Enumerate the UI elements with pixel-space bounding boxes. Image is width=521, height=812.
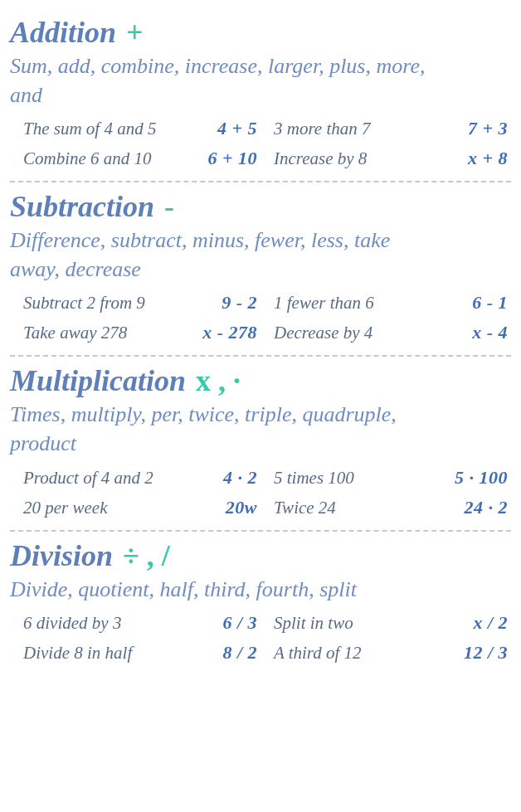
example-expr: 4 + 5: [217, 118, 257, 139]
example-phrase: The sum of 4 and 5: [23, 119, 156, 139]
example-expr: 6 + 10: [207, 148, 257, 169]
multiplication-title-row: Multiplication x , ·: [10, 363, 511, 398]
example-phrase: Subtract 2 from 9: [23, 293, 145, 314]
example-expr: 7 + 3: [468, 118, 508, 139]
example-phrase: Product of 4 and 2: [23, 468, 153, 489]
example-row: The sum of 4 and 5 4 + 5: [23, 118, 257, 139]
example-expr: x + 8: [468, 148, 508, 169]
example-expr: 8 / 2: [222, 642, 257, 664]
example-expr: 24 · 2: [465, 497, 509, 518]
example-row: Subtract 2 from 9 9 - 2: [23, 292, 257, 314]
example-phrase: Increase by 8: [274, 148, 367, 169]
plus-icon: +: [126, 15, 144, 50]
example-row: 1 fewer than 6 6 - 1: [274, 292, 508, 314]
example-phrase: Combine 6 and 10: [23, 148, 152, 169]
subtraction-examples: Subtract 2 from 9 9 - 2 1 fewer than 6 6…: [10, 292, 511, 343]
example-row: 20 per week 20w: [23, 497, 257, 518]
example-phrase: Take away 278: [23, 323, 127, 343]
multiplication-keywords: Times, multiply, per, twice, triple, qua…: [10, 400, 441, 458]
example-phrase: 20 per week: [23, 498, 107, 518]
example-row: Take away 278 x - 278: [23, 322, 257, 343]
example-phrase: 6 divided by 3: [23, 613, 121, 634]
division-section: Division ÷ , / Divide, quotient, half, t…: [10, 532, 511, 675]
example-row: Product of 4 and 2 4 · 2: [23, 467, 257, 489]
example-expr: 9 - 2: [222, 292, 257, 314]
subtraction-section: Subtraction - Difference, subtract, minu…: [10, 182, 511, 355]
example-expr: 12 / 3: [464, 642, 508, 664]
example-expr: 20w: [226, 497, 257, 518]
subtraction-title-row: Subtraction -: [10, 189, 511, 224]
example-row: 6 divided by 3 6 / 3: [23, 612, 257, 634]
example-row: Decrease by 4 x - 4: [274, 322, 508, 343]
example-row: Twice 24 24 · 2: [274, 497, 508, 518]
example-row: A third of 12 12 / 3: [274, 642, 508, 664]
example-phrase: Split in two: [274, 613, 353, 634]
example-expr: x / 2: [473, 612, 508, 634]
addition-keywords: Sum, add, combine, increase, larger, plu…: [10, 51, 441, 109]
division-title-row: Division ÷ , /: [10, 538, 511, 573]
multiplication-title: Multiplication: [10, 363, 186, 398]
example-phrase: 5 times 100: [274, 468, 354, 489]
example-expr: x - 4: [472, 322, 508, 343]
example-row: 3 more than 7 7 + 3: [274, 118, 508, 139]
example-row: Combine 6 and 10 6 + 10: [23, 148, 257, 169]
example-row: 5 times 100 5 · 100: [274, 467, 508, 489]
example-row: Divide 8 in half 8 / 2: [23, 642, 257, 664]
example-phrase: Decrease by 4: [274, 323, 372, 343]
example-row: Split in two x / 2: [274, 612, 508, 634]
addition-title-row: Addition +: [10, 15, 511, 50]
example-phrase: 3 more than 7: [274, 119, 370, 139]
subtraction-title: Subtraction: [10, 189, 154, 224]
division-title: Division: [10, 538, 113, 573]
times-icon: x , ·: [196, 363, 241, 398]
example-row: Increase by 8 x + 8: [274, 148, 508, 169]
multiplication-section: Multiplication x , · Times, multiply, pe…: [10, 357, 511, 529]
division-keywords: Divide, quotient, half, third, fourth, s…: [10, 575, 441, 604]
example-phrase: Divide 8 in half: [23, 643, 132, 664]
example-expr: 5 · 100: [455, 467, 508, 489]
addition-section: Addition + Sum, add, combine, increase, …: [10, 8, 511, 181]
multiplication-examples: Product of 4 and 2 4 · 2 5 times 100 5 ·…: [10, 467, 511, 518]
example-expr: x - 278: [202, 322, 257, 343]
example-phrase: 1 fewer than 6: [274, 293, 374, 314]
example-phrase: Twice 24: [274, 498, 336, 518]
example-phrase: A third of 12: [274, 643, 362, 664]
divide-icon: ÷ , /: [123, 538, 170, 573]
example-expr: 6 - 1: [472, 292, 508, 314]
subtraction-keywords: Difference, subtract, minus, fewer, less…: [10, 226, 441, 284]
minus-icon: -: [164, 189, 174, 224]
division-examples: 6 divided by 3 6 / 3 Split in two x / 2 …: [10, 612, 511, 664]
example-expr: 6 / 3: [222, 612, 257, 634]
example-expr: 4 · 2: [223, 467, 257, 489]
addition-title: Addition: [10, 15, 116, 50]
addition-examples: The sum of 4 and 5 4 + 5 3 more than 7 7…: [10, 118, 511, 169]
